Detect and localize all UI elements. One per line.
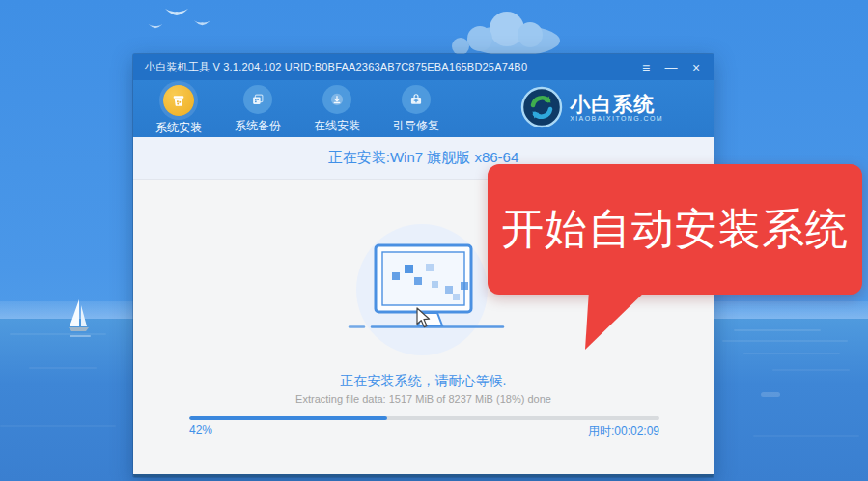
- bird-icon: [164, 6, 189, 19]
- tab-label: 系统备份: [235, 118, 281, 134]
- download-icon: [322, 85, 351, 114]
- wave-streak: [0, 425, 116, 427]
- extract-status-en: Extracting file data: 1517 MiB of 8237 M…: [133, 393, 714, 405]
- navbar: 系统安装 系统备份: [133, 80, 714, 137]
- progress-percent: 42%: [189, 423, 212, 439]
- progress-bar-fill: [189, 416, 387, 420]
- tab-system-backup[interactable]: 系统备份: [218, 80, 297, 134]
- tab-label: 引导修复: [393, 118, 439, 134]
- wave-foam: [761, 392, 780, 397]
- annotation-text: 开始自动安装系统: [501, 201, 849, 258]
- sailboat-icon: [66, 296, 95, 338]
- tab-boot-repair[interactable]: 引导修复: [377, 80, 456, 134]
- minimize-icon[interactable]: —: [663, 61, 679, 74]
- annotation-callout: 开始自动安装系统: [488, 164, 862, 295]
- brand-title: 小白系统: [570, 93, 663, 115]
- bird-icon: [193, 18, 211, 28]
- desktop: 小白装机工具 V 3.1.204.102 URID:B0BFAA2363AB7C…: [0, 0, 868, 481]
- wave-streak: [743, 353, 840, 354]
- backup-copy-icon: [243, 85, 272, 114]
- install-heading: 正在安装:Win7 旗舰版 x86-64: [328, 149, 519, 167]
- tab-online-install[interactable]: 在线安装: [297, 80, 377, 134]
- monitor-icon: [346, 239, 510, 366]
- tab-label: 在线安装: [314, 118, 360, 134]
- brand-text: 小白系统 XIAOBAIXITONG.COM: [570, 93, 663, 122]
- recycle-arrows-icon: [520, 86, 563, 128]
- mouse-cursor-icon: [415, 307, 432, 329]
- progress-bar: [189, 416, 659, 420]
- wave-streak: [722, 340, 848, 342]
- install-box-icon: [163, 85, 194, 116]
- progress-meta: 42% 用时:00:02:09: [189, 423, 659, 439]
- cloud-icon: [422, 12, 562, 56]
- install-status-cn: 正在安装系统，请耐心等候.: [133, 373, 714, 390]
- wave-streak: [772, 369, 850, 371]
- window-title: 小白装机工具 V 3.1.204.102 URID:B0BFAA2363AB7C…: [145, 60, 527, 74]
- window-controls: ≡ — ×: [638, 61, 704, 74]
- wave-streak: [734, 329, 821, 331]
- callout-tail: [575, 290, 657, 352]
- tab-label: 系统安装: [155, 120, 202, 136]
- elapsed-time: 用时:00:02:09: [588, 423, 659, 439]
- brand-logo: 小白系统 XIAOBAIXITONG.COM: [520, 86, 663, 128]
- titlebar[interactable]: 小白装机工具 V 3.1.204.102 URID:B0BFAA2363AB7C…: [133, 54, 714, 80]
- wave-streak: [29, 367, 97, 369]
- menu-icon[interactable]: ≡: [638, 61, 654, 74]
- brand-subtitle: XIAOBAIXITONG.COM: [570, 115, 663, 122]
- bird-icon: [148, 22, 163, 31]
- close-icon[interactable]: ×: [688, 61, 704, 74]
- wave-streak: [753, 435, 859, 437]
- repair-toolbox-icon: [402, 85, 431, 114]
- tab-system-install[interactable]: 系统安装: [139, 80, 218, 136]
